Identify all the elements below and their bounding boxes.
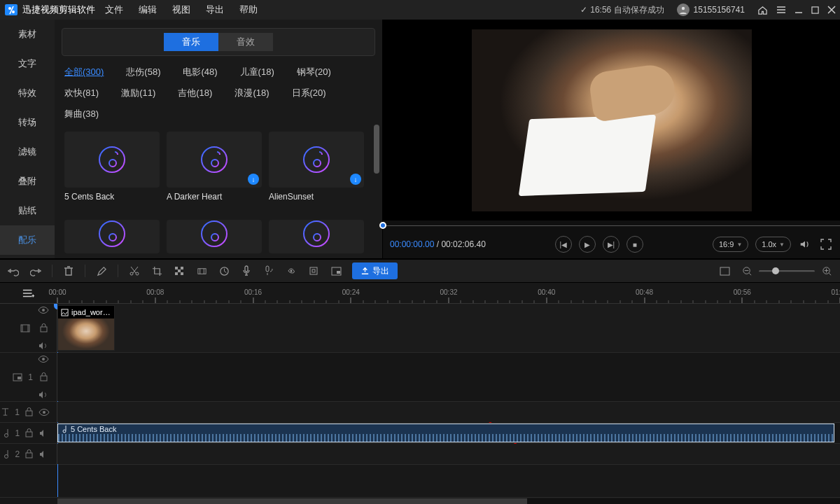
sidebar-item-overlay[interactable]: 叠附 bbox=[0, 167, 55, 196]
timeline-h-scroll[interactable] bbox=[0, 497, 840, 504]
menu-export[interactable]: 导出 bbox=[206, 4, 224, 16]
delete-icon[interactable] bbox=[62, 265, 75, 277]
export-button[interactable]: 导出 bbox=[352, 262, 398, 279]
voice-effect-icon[interactable] bbox=[285, 265, 298, 277]
play-button[interactable]: ▶ bbox=[579, 236, 596, 253]
aspect-select[interactable]: 16:9▼ bbox=[713, 237, 748, 252]
menu-edit[interactable]: 编辑 bbox=[139, 4, 157, 16]
redo-icon[interactable] bbox=[29, 265, 42, 277]
minimize-icon[interactable] bbox=[794, 6, 803, 14]
media-tab-row: 音乐 音效 bbox=[62, 28, 375, 56]
menu-view[interactable]: 视图 bbox=[172, 4, 190, 16]
cat-dance[interactable]: 舞曲(38) bbox=[64, 108, 99, 120]
track-body[interactable] bbox=[57, 444, 840, 464]
volume-icon[interactable] bbox=[798, 238, 812, 251]
visibility-icon[interactable] bbox=[37, 353, 50, 365]
zoom-in-icon[interactable] bbox=[820, 265, 833, 277]
tab-music[interactable]: 音乐 bbox=[164, 33, 218, 51]
speed-icon[interactable] bbox=[218, 265, 230, 277]
sidebar-item-filter[interactable]: 滤镜 bbox=[0, 137, 55, 167]
lock-icon[interactable] bbox=[24, 448, 34, 461]
music-card[interactable]: ↓ A Darker Heart bbox=[167, 132, 262, 207]
track-menu-icon[interactable] bbox=[22, 287, 35, 300]
music-card[interactable]: ↓ AlienSunset bbox=[269, 132, 364, 207]
next-frame-button[interactable]: ▶| bbox=[603, 236, 620, 253]
cat-kids[interactable]: 儿童(18) bbox=[240, 66, 274, 78]
voice-record-icon[interactable] bbox=[240, 265, 253, 277]
voice-change-icon[interactable] bbox=[262, 265, 275, 277]
cat-inspire[interactable]: 激励(11) bbox=[121, 87, 155, 99]
cat-sad[interactable]: 悲伤(58) bbox=[126, 66, 160, 78]
cut-icon[interactable] bbox=[128, 265, 141, 277]
speed-select[interactable]: 1.0x▼ bbox=[755, 237, 791, 252]
download-icon[interactable]: ↓ bbox=[350, 174, 361, 185]
music-card[interactable] bbox=[64, 220, 160, 253]
user-info[interactable]: 15155156741 bbox=[677, 4, 745, 16]
seek-bar[interactable] bbox=[383, 220, 840, 230]
lock-icon[interactable] bbox=[37, 322, 50, 335]
audio-clip[interactable]: 5 Cents Back bbox=[57, 424, 834, 442]
music-card[interactable] bbox=[269, 220, 364, 253]
track-body[interactable]: ipad_wor… bbox=[57, 304, 840, 352]
track-body[interactable]: 5 Cents Back bbox=[57, 423, 840, 443]
user-id: 15155156741 bbox=[694, 5, 745, 15]
mute-icon[interactable] bbox=[39, 448, 50, 461]
crop-icon[interactable] bbox=[150, 265, 163, 277]
svg-rect-22 bbox=[178, 270, 181, 272]
mute-icon[interactable] bbox=[37, 389, 50, 402]
tab-sfx[interactable]: 音效 bbox=[218, 33, 273, 51]
cat-happy[interactable]: 欢快(81) bbox=[64, 87, 99, 99]
svg-point-19 bbox=[136, 272, 139, 275]
zoom-slider[interactable] bbox=[759, 270, 815, 272]
cat-japan[interactable]: 日系(20) bbox=[292, 87, 326, 99]
cat-movie[interactable]: 电影(48) bbox=[183, 66, 217, 78]
mosaic-icon[interactable] bbox=[173, 265, 186, 277]
lock-icon[interactable] bbox=[24, 406, 34, 419]
visibility-icon[interactable] bbox=[37, 304, 50, 316]
prev-frame-button[interactable]: |◀ bbox=[555, 236, 572, 253]
zoom-out-icon[interactable] bbox=[741, 265, 753, 277]
timeline-ruler[interactable]: 00:0000:0800:1600:2400:3200:4000:4800:56… bbox=[57, 283, 840, 303]
green-screen-icon[interactable] bbox=[307, 265, 320, 277]
edit-icon[interactable] bbox=[95, 265, 108, 277]
sidebar-item-sticker[interactable]: 贴纸 bbox=[0, 196, 55, 225]
download-icon[interactable]: ↓ bbox=[248, 174, 259, 185]
video-clip[interactable]: ipad_wor… bbox=[57, 305, 115, 351]
music-card[interactable]: 5 Cents Back bbox=[64, 132, 160, 207]
music-card[interactable] bbox=[167, 220, 262, 253]
undo-icon[interactable] bbox=[7, 265, 20, 277]
lock-icon[interactable] bbox=[37, 371, 50, 384]
sidebar-item-text[interactable]: 文字 bbox=[0, 49, 55, 78]
lock-icon[interactable] bbox=[24, 427, 34, 440]
sidebar-item-effect[interactable]: 特效 bbox=[0, 78, 55, 108]
cat-all[interactable]: 全部(300) bbox=[64, 66, 104, 78]
media-scroll-thumb[interactable] bbox=[374, 125, 379, 174]
fit-screen-icon[interactable] bbox=[718, 265, 731, 277]
svg-rect-24 bbox=[181, 272, 183, 275]
fullscreen-icon[interactable] bbox=[819, 239, 833, 250]
mute-icon[interactable] bbox=[39, 427, 50, 440]
mute-icon[interactable] bbox=[37, 340, 50, 353]
menu-file[interactable]: 文件 bbox=[105, 4, 123, 16]
stop-button[interactable]: ■ bbox=[626, 236, 643, 253]
track-body[interactable] bbox=[57, 402, 840, 422]
home-icon[interactable] bbox=[757, 5, 768, 15]
cat-guitar[interactable]: 吉他(18) bbox=[178, 87, 212, 99]
preview-controls: 00:00:00.00 / 00:02:06.40 |◀ ▶ ▶| ■ 16:9… bbox=[383, 230, 840, 258]
pip-icon[interactable] bbox=[330, 265, 342, 277]
zoom-handle[interactable] bbox=[772, 267, 779, 274]
maximize-icon[interactable] bbox=[811, 6, 819, 14]
svg-rect-48 bbox=[26, 432, 32, 437]
freeze-frame-icon[interactable] bbox=[195, 265, 208, 277]
close-icon[interactable] bbox=[827, 6, 836, 14]
sidebar-item-music[interactable]: 配乐 bbox=[0, 225, 55, 255]
visibility-icon[interactable] bbox=[38, 406, 50, 419]
sidebar-item-material[interactable]: 素材 bbox=[0, 20, 55, 49]
track-body[interactable] bbox=[57, 353, 840, 401]
hamburger-icon[interactable] bbox=[776, 5, 786, 15]
menu-help[interactable]: 帮助 bbox=[239, 4, 258, 16]
cat-piano[interactable]: 钢琴(20) bbox=[297, 66, 331, 78]
sidebar-item-transition[interactable]: 转场 bbox=[0, 108, 55, 137]
cat-romance[interactable]: 浪漫(18) bbox=[234, 87, 269, 99]
seek-handle[interactable] bbox=[379, 222, 386, 229]
